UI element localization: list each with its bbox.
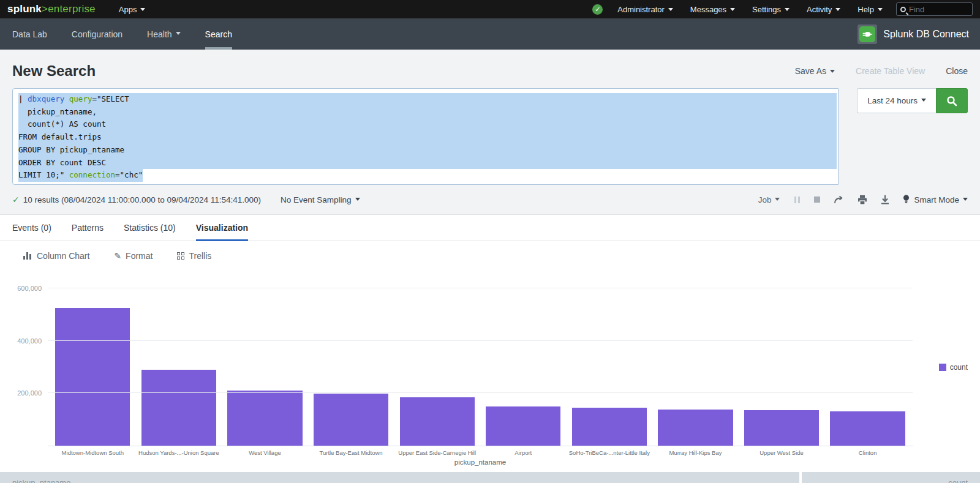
tab-patterns[interactable]: Patterns bbox=[72, 215, 104, 241]
column-chart-icon bbox=[23, 252, 32, 260]
column-chart: count Midtown-Midtown SouthHudson Yards-… bbox=[12, 270, 968, 469]
bar-murray-hill-kips-bay[interactable] bbox=[658, 410, 733, 446]
command-token: dbxquery bbox=[28, 94, 64, 103]
job-menu-label: Job bbox=[758, 195, 772, 204]
text-token: pickup_ntaname, bbox=[18, 107, 97, 116]
bar-upper-west-side[interactable] bbox=[744, 410, 819, 446]
chevron-down-icon bbox=[140, 8, 145, 11]
search-query-input[interactable]: | dbxquery query="SELECT pickup_ntaname,… bbox=[12, 88, 839, 185]
topbar-menu-messages[interactable]: Messages bbox=[682, 5, 744, 14]
chevron-down-icon bbox=[176, 32, 181, 35]
bar-midtown-midtown-south[interactable] bbox=[55, 308, 130, 446]
x-category-label: Clinton bbox=[816, 449, 919, 456]
viz-controls: Column Chart ✎ Format Trellis bbox=[0, 241, 980, 270]
selection-fill bbox=[101, 131, 837, 144]
column-header-count[interactable]: count bbox=[802, 472, 980, 483]
app-identity[interactable]: Splunk DB Connect bbox=[858, 18, 980, 50]
tab-events-0[interactable]: Events (0) bbox=[12, 215, 51, 241]
query-line-1: | dbxquery query="SELECT bbox=[18, 93, 837, 106]
share-button[interactable] bbox=[834, 195, 844, 204]
tab-visualization[interactable]: Visualization bbox=[196, 215, 248, 241]
selection-fill bbox=[106, 118, 837, 131]
db-connect-icon bbox=[858, 24, 877, 44]
chart-legend[interactable]: count bbox=[939, 363, 968, 372]
selection-fill bbox=[97, 106, 837, 119]
chevron-down-icon bbox=[775, 198, 780, 201]
bar-west-village[interactable] bbox=[227, 391, 302, 446]
selection-fill bbox=[129, 93, 837, 106]
column-header-pickup-ntaname[interactable]: pickup_ntaname bbox=[0, 472, 799, 483]
topbar-menu-help[interactable]: Help bbox=[849, 5, 891, 14]
chevron-down-icon bbox=[785, 8, 790, 11]
query-line-2: pickup_ntaname, bbox=[18, 106, 837, 119]
argument-token: connection bbox=[69, 170, 115, 179]
nav-item-data-lab[interactable]: Data Lab bbox=[0, 18, 59, 50]
print-button[interactable] bbox=[858, 195, 867, 204]
splunk-logo[interactable]: splunk>enterprise bbox=[7, 3, 96, 15]
trellis-button[interactable]: Trellis bbox=[177, 251, 211, 261]
app-title: Splunk DB Connect bbox=[883, 29, 969, 40]
format-label: Format bbox=[126, 251, 153, 261]
event-sampling-menu[interactable]: No Event Sampling bbox=[281, 195, 360, 204]
format-button[interactable]: ✎ Format bbox=[114, 251, 153, 261]
nav-item-label: Configuration bbox=[72, 29, 123, 39]
logo-arrow: > bbox=[42, 3, 48, 15]
save-as-label: Save As bbox=[795, 66, 826, 76]
nav-item-health[interactable]: Health bbox=[135, 18, 192, 50]
selected-text: GROUP BY pickup_ntaname bbox=[18, 144, 124, 157]
apps-menu[interactable]: Apps bbox=[110, 5, 154, 14]
bar-turtle-bay-east-midtown[interactable] bbox=[314, 394, 388, 446]
health-ok-icon[interactable]: ✓ bbox=[592, 4, 603, 15]
bar-soho-tribeca-nter-little-italy[interactable] bbox=[572, 408, 647, 446]
search-mode-menu[interactable]: Smart Mode bbox=[903, 195, 968, 204]
account-menu[interactable]: Administrator bbox=[609, 5, 682, 14]
topbar-menu-activity[interactable]: Activity bbox=[798, 5, 849, 14]
bar-airport[interactable] bbox=[486, 406, 560, 446]
close-button[interactable]: Close bbox=[946, 66, 968, 76]
selected-text: | dbxquery query="SELECT bbox=[18, 93, 129, 106]
bar-hudson-yards-union-square[interactable] bbox=[141, 370, 216, 446]
tab-statistics-10[interactable]: Statistics (10) bbox=[124, 215, 176, 241]
export-icon bbox=[881, 195, 889, 204]
pause-button[interactable] bbox=[793, 197, 801, 203]
chart-type-button[interactable]: Column Chart bbox=[23, 251, 89, 261]
results-summary: 10 results (08/04/2024 11:00:00.000 to 0… bbox=[23, 195, 261, 204]
bar-slot: Clinton bbox=[824, 279, 911, 446]
export-button[interactable] bbox=[881, 195, 889, 204]
bar-slot: SoHo-TriBeCa-...nter-Little Italy bbox=[567, 279, 653, 446]
bar-slot: Hudson Yards-...-Union Square bbox=[136, 279, 222, 446]
nav-item-configuration[interactable]: Configuration bbox=[59, 18, 135, 50]
save-as-button[interactable]: Save As bbox=[795, 66, 835, 76]
search-icon bbox=[900, 7, 906, 12]
bar-upper-east-side-carnegie-hill[interactable] bbox=[400, 397, 475, 446]
argument-token: query bbox=[69, 94, 92, 103]
menu-label: Settings bbox=[752, 5, 781, 14]
nav-item-search[interactable]: Search bbox=[193, 18, 244, 50]
bar-slot: West Village bbox=[222, 279, 308, 446]
text-token: GROUP BY pickup_ntaname bbox=[18, 145, 124, 154]
share-icon bbox=[834, 195, 844, 204]
page-title: New Search bbox=[12, 62, 96, 80]
text-token: count(*) AS count bbox=[18, 119, 106, 129]
trellis-icon bbox=[177, 252, 184, 260]
find-input[interactable] bbox=[909, 5, 964, 14]
page-body: New Search Save As Create Table View Clo… bbox=[0, 50, 980, 483]
selected-text: pickup_ntaname, bbox=[18, 106, 97, 119]
find-box[interactable] bbox=[896, 2, 973, 16]
selection-fill bbox=[106, 157, 837, 170]
search-submit-button[interactable] bbox=[936, 88, 968, 113]
chevron-down-icon bbox=[878, 8, 883, 11]
chevron-down-icon bbox=[921, 99, 926, 102]
bar-clinton[interactable] bbox=[830, 411, 905, 446]
trellis-label: Trellis bbox=[189, 251, 211, 261]
bar-slot: Upper East Side-Carnegie Hill bbox=[394, 279, 480, 446]
job-menu[interactable]: Job bbox=[758, 195, 780, 204]
stop-button[interactable] bbox=[814, 197, 820, 203]
menu-label: Help bbox=[858, 5, 874, 14]
time-range-picker[interactable]: Last 24 hours bbox=[857, 88, 936, 113]
selection-fill bbox=[124, 144, 837, 157]
topbar-menu-settings[interactable]: Settings bbox=[744, 5, 798, 14]
time-range-label: Last 24 hours bbox=[867, 96, 918, 105]
header-actions: Save As Create Table View Close bbox=[774, 66, 968, 76]
text-token: ="chc" bbox=[115, 170, 143, 179]
